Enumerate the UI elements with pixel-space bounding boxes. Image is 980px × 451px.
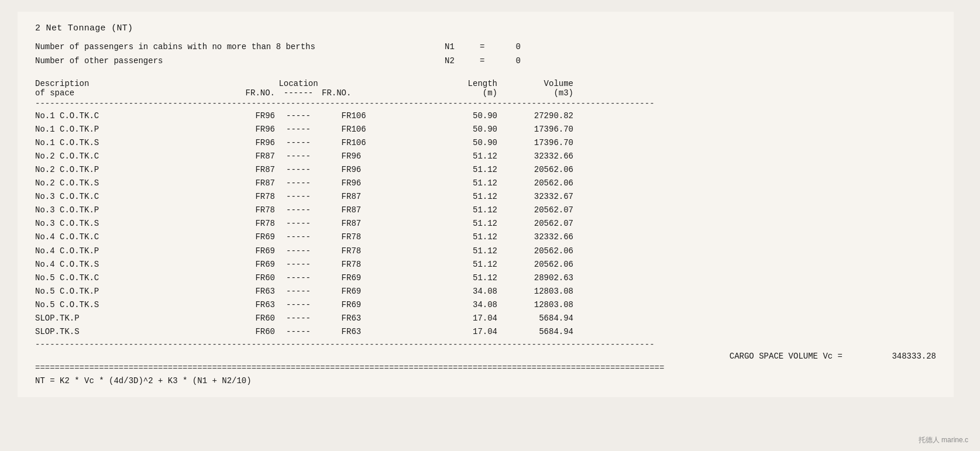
bottom-divider: ----------------------------------------… xyxy=(35,340,936,349)
cell-fr1: FR87 xyxy=(205,150,275,163)
cell-sep: ----- xyxy=(275,190,322,204)
cell-desc: No.2 C.O.TK.C xyxy=(35,150,205,163)
cargo-total-label: CARGO SPACE VOLUME Vc = xyxy=(730,352,843,361)
cell-fr1: FR96 xyxy=(205,136,275,150)
cell-sep: ----- xyxy=(275,177,322,190)
col4-header1 xyxy=(322,79,404,88)
table-row: No.2 C.O.TK.C FR87 ----- FR96 51.12 3233… xyxy=(35,150,936,163)
col2-header2: FR.NO. xyxy=(205,88,275,98)
cell-desc: No.5 C.O.TK.P xyxy=(35,285,205,298)
passenger-var-1: N1 xyxy=(445,40,480,54)
table-row: No.2 C.O.TK.P FR87 ----- FR96 51.12 2056… xyxy=(35,163,936,177)
table-row: No.4 C.O.TK.P FR69 ----- FR78 51.12 2056… xyxy=(35,245,936,258)
cell-sep: ----- xyxy=(275,258,322,271)
cell-sep: ----- xyxy=(275,245,322,258)
passenger-row-2: Number of other passengers N2 = 0 xyxy=(35,54,936,68)
passenger-val-1: 0 xyxy=(497,40,521,54)
table-header-row1: Description Location Length Volume xyxy=(35,79,936,88)
cell-length: 51.12 xyxy=(404,245,497,258)
cargo-total-row: CARGO SPACE VOLUME Vc = 348333.28 xyxy=(35,352,936,361)
cell-volume: 32332.66 xyxy=(497,150,573,163)
cell-length: 51.12 xyxy=(404,204,497,217)
table-row: No.4 C.O.TK.S FR69 ----- FR78 51.12 2056… xyxy=(35,258,936,271)
cell-volume: 20562.06 xyxy=(497,177,573,190)
equals-divider: ========================================… xyxy=(35,363,936,373)
cell-fr1: FR69 xyxy=(205,230,275,244)
passenger-row-1: Number of passengers in cabins with no m… xyxy=(35,40,936,54)
col4-header2: FR.NO. xyxy=(322,88,404,98)
cell-fr1: FR63 xyxy=(205,285,275,298)
cell-desc: No.5 C.O.TK.C xyxy=(35,271,205,285)
cell-length: 51.12 xyxy=(404,150,497,163)
cell-sep: ----- xyxy=(275,109,322,123)
page-container: 2 Net Tonnage (NT) Number of passengers … xyxy=(18,12,954,397)
cell-desc: No.3 C.O.TK.P xyxy=(35,204,205,217)
table-row: SLOP.TK.P FR60 ----- FR63 17.04 5684.94 xyxy=(35,312,936,325)
cell-desc: No.2 C.O.TK.S xyxy=(35,177,205,190)
cell-length: 51.12 xyxy=(404,258,497,271)
col2-header1 xyxy=(205,79,275,88)
top-divider: ----------------------------------------… xyxy=(35,99,936,108)
cell-volume: 12803.08 xyxy=(497,285,573,298)
cell-volume: 20562.06 xyxy=(497,245,573,258)
section-title: 2 Net Tonnage (NT) xyxy=(35,23,936,33)
cell-sep: ----- xyxy=(275,298,322,312)
cell-desc: No.3 C.O.TK.C xyxy=(35,190,205,204)
cell-sep: ----- xyxy=(275,285,322,298)
cell-volume: 17396.70 xyxy=(497,136,573,150)
cell-fr2: FR96 xyxy=(322,177,404,190)
cell-volume: 32332.66 xyxy=(497,230,573,244)
watermark: 托德人 marine.c xyxy=(919,435,968,445)
cell-desc: No.5 C.O.TK.S xyxy=(35,298,205,312)
cell-volume: 17396.70 xyxy=(497,123,573,136)
cell-length: 17.04 xyxy=(404,325,497,339)
table-header-row2: of space FR.NO. ------ FR.NO. (m) (m3) xyxy=(35,88,936,98)
cell-fr1: FR63 xyxy=(205,298,275,312)
cell-desc: No.1 C.O.TK.S xyxy=(35,136,205,150)
table-row: No.1 C.O.TK.S FR96 ----- FR106 50.90 173… xyxy=(35,136,936,150)
cell-volume: 20562.07 xyxy=(497,217,573,230)
cell-fr2: FR87 xyxy=(322,217,404,230)
cell-length: 51.12 xyxy=(404,163,497,177)
cell-fr1: FR87 xyxy=(205,163,275,177)
cell-length: 50.90 xyxy=(404,123,497,136)
cell-sep: ----- xyxy=(275,217,322,230)
col1-header2: of space xyxy=(35,88,205,98)
cell-fr2: FR106 xyxy=(322,123,404,136)
cell-desc: SLOP.TK.P xyxy=(35,312,205,325)
cell-desc: No.4 C.O.TK.P xyxy=(35,245,205,258)
cell-fr1: FR60 xyxy=(205,271,275,285)
cell-fr1: FR96 xyxy=(205,123,275,136)
cell-fr1: FR96 xyxy=(205,109,275,123)
cell-fr1: FR78 xyxy=(205,204,275,217)
cell-sep: ----- xyxy=(275,150,322,163)
passenger-label-1: Number of passengers in cabins with no m… xyxy=(35,40,445,54)
cell-desc: No.3 C.O.TK.S xyxy=(35,217,205,230)
passenger-val-2: 0 xyxy=(497,54,521,68)
col5-header1: Length xyxy=(404,79,497,88)
cell-fr2: FR96 xyxy=(322,150,404,163)
cell-desc: No.2 C.O.TK.P xyxy=(35,163,205,177)
cell-volume: 12803.08 xyxy=(497,298,573,312)
passenger-var-2: N2 xyxy=(445,54,480,68)
cell-desc: No.1 C.O.TK.C xyxy=(35,109,205,123)
cell-volume: 20562.07 xyxy=(497,204,573,217)
cell-fr2: FR106 xyxy=(322,109,404,123)
table-row: No.4 C.O.TK.C FR69 ----- FR78 51.12 3233… xyxy=(35,230,936,244)
cell-volume: 5684.94 xyxy=(497,312,573,325)
cell-length: 50.90 xyxy=(404,136,497,150)
cell-fr1: FR87 xyxy=(205,177,275,190)
table-row: No.1 C.O.TK.P FR96 ----- FR106 50.90 173… xyxy=(35,123,936,136)
cell-length: 34.08 xyxy=(404,298,497,312)
cell-desc: No.4 C.O.TK.C xyxy=(35,230,205,244)
cell-length: 51.12 xyxy=(404,190,497,204)
col6-header2: (m3) xyxy=(497,88,573,98)
table-row: No.3 C.O.TK.P FR78 ----- FR87 51.12 2056… xyxy=(35,204,936,217)
cell-sep: ----- xyxy=(275,163,322,177)
table-row: No.5 C.O.TK.P FR63 ----- FR69 34.08 1280… xyxy=(35,285,936,298)
cell-desc: No.1 C.O.TK.P xyxy=(35,123,205,136)
cell-fr1: FR60 xyxy=(205,325,275,339)
cargo-table: Description Location Length Volume of sp… xyxy=(35,79,936,386)
cell-length: 51.12 xyxy=(404,217,497,230)
table-row: No.5 C.O.TK.C FR60 ----- FR69 51.12 2890… xyxy=(35,271,936,285)
